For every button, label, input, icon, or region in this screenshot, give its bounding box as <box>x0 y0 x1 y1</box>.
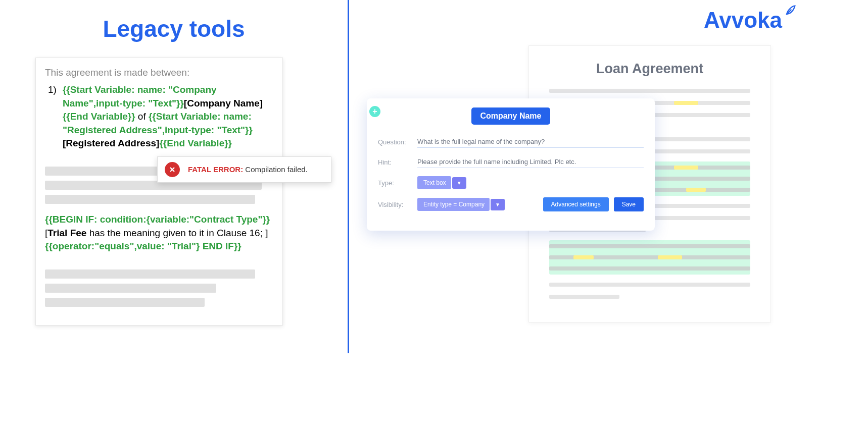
legacy-document: This agreement is made between: 1) {{Sta… <box>35 58 283 326</box>
document-title: Loan Agreement <box>549 61 750 77</box>
variable-form-panel: Company Name Question: Hint: Type: Text … <box>367 98 655 231</box>
conditional-code-block: {{BEGIN IF: condition:{variable:"Contrac… <box>45 213 273 253</box>
type-label: Type: <box>378 179 417 187</box>
chevron-down-icon: ▼ <box>491 199 505 210</box>
hint-input[interactable] <box>417 156 644 168</box>
type-select[interactable]: Text box ▼ <box>417 176 466 189</box>
error-message: Compilation failed. <box>243 165 308 174</box>
variable-code-block: 1) {{Start Variable: name: "Company Name… <box>45 83 273 150</box>
error-icon <box>165 162 180 177</box>
error-label: FATAL ERROR: <box>188 165 243 174</box>
question-input[interactable] <box>417 136 644 148</box>
legacy-title: Legacy tools <box>0 15 348 42</box>
avvoka-logo: Avvoka <box>704 8 797 33</box>
list-number: 1) <box>48 83 57 150</box>
chevron-down-icon: ▼ <box>452 177 466 189</box>
highlighted-section-2 <box>549 240 750 275</box>
hint-label: Hint: <box>378 158 417 166</box>
add-button[interactable]: + <box>369 106 380 117</box>
visibility-select[interactable]: Entity type = Company ▼ <box>417 198 505 211</box>
doc-intro: This agreement is made between: <box>45 67 273 78</box>
error-box: FATAL ERROR: Compilation failed. <box>157 156 331 183</box>
save-button[interactable]: Save <box>614 197 644 211</box>
advanced-settings-button[interactable]: Advanced settings <box>543 197 609 211</box>
feather-icon <box>783 4 797 21</box>
variable-badge[interactable]: Company Name <box>471 107 551 125</box>
visibility-label: Visibility: <box>378 201 417 208</box>
placeholder-lines-2 <box>45 269 273 307</box>
question-label: Question: <box>378 138 417 146</box>
